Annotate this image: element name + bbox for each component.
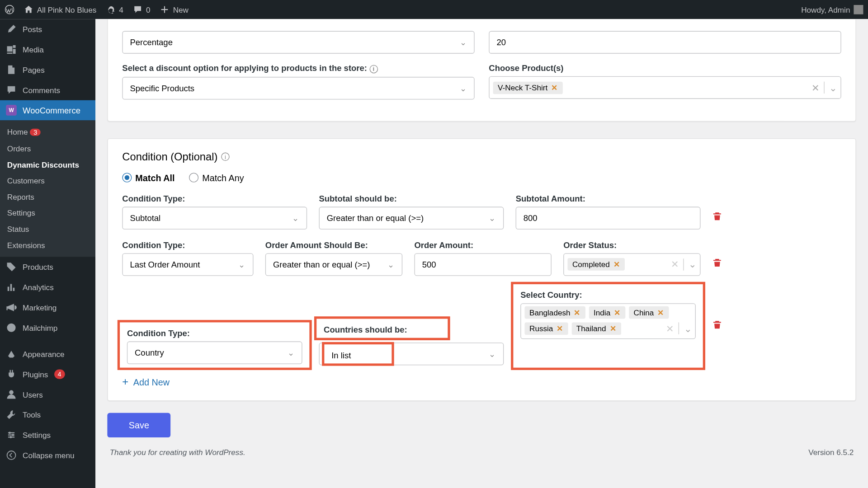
country-tag: Thailand✕ (571, 322, 621, 335)
chevron-down-icon: ⌄ (460, 83, 467, 93)
match-any-radio[interactable]: Match Any (189, 173, 244, 183)
delete-row-button[interactable] (712, 258, 722, 276)
order-status-tagbox[interactable]: Completed✕ ✕⌄ (563, 253, 700, 276)
cond-type-select[interactable]: Subtotal⌄ (122, 206, 307, 229)
menu-plugins[interactable]: Plugins 4 (0, 364, 95, 385)
choose-products-tagbox[interactable]: V-Neck T-Shirt✕ ✕⌄ (489, 76, 841, 99)
footer-thanks: Thank you for creating with WordPress. (110, 448, 245, 457)
cond-type-label: Condition Type: (127, 328, 302, 338)
submenu-dynamic-discounts[interactable]: Dynamic Discounts (0, 157, 95, 173)
order-amount-input[interactable] (414, 253, 551, 276)
footer-version: Version 6.5.2 (808, 448, 854, 457)
chevron-down-icon[interactable]: ⌄ (829, 82, 837, 93)
clear-icon[interactable]: ✕ (666, 323, 674, 334)
admin-sidebar: Posts Media Pages Comments WWooCommerce … (0, 19, 95, 488)
howdy-link[interactable]: Howdy, Admin (801, 5, 863, 14)
subtotal-cmp-label: Subtotal should be: (319, 193, 504, 203)
save-button[interactable]: Save (107, 413, 170, 437)
delete-row-button[interactable] (712, 211, 722, 229)
cond-type-select[interactable]: Last Order Amount⌄ (122, 253, 253, 276)
countries-cmp-select[interactable]: In list⌄ (319, 343, 504, 365)
menu-appearance[interactable]: Appearance (0, 344, 95, 364)
menu-comments[interactable]: Comments (0, 80, 95, 100)
remove-tag-icon[interactable]: ✕ (574, 308, 580, 317)
subtotal-amount-label: Subtotal Amount: (516, 193, 701, 203)
cond-type-select[interactable]: Country⌄ (127, 341, 302, 364)
clear-icon[interactable]: ✕ (811, 82, 819, 93)
order-status-label: Order Status: (563, 240, 700, 249)
info-icon: i (369, 65, 377, 73)
info-icon: i (221, 153, 229, 161)
countries-cmp-label: Countries should be: (319, 321, 446, 335)
select-country-label: Select Country: (520, 290, 696, 300)
svg-point-4 (12, 434, 14, 436)
remove-tag-icon[interactable]: ✕ (613, 260, 620, 269)
condition-title: Condition (Optional)i (122, 150, 841, 163)
submenu-customers[interactable]: Customers (0, 173, 95, 189)
menu-users[interactable]: Users (0, 385, 95, 405)
match-all-radio[interactable]: Match All (122, 173, 175, 183)
submenu-status[interactable]: Status (0, 221, 95, 237)
submenu-settings[interactable]: Settings (0, 205, 95, 221)
submenu-reports[interactable]: Reports (0, 189, 95, 205)
product-tag: V-Neck T-Shirt✕ (493, 81, 563, 94)
menu-tools[interactable]: Tools (0, 404, 95, 425)
discount-card: Percentage⌄ Select a discount option for… (107, 19, 856, 121)
chevron-down-icon[interactable]: ⌄ (684, 323, 692, 334)
menu-analytics[interactable]: Analytics (0, 277, 95, 297)
footer: Thank you for creating with WordPress. V… (107, 437, 856, 461)
menu-woocommerce[interactable]: WWooCommerce (0, 100, 95, 121)
remove-tag-icon[interactable]: ✕ (610, 324, 617, 333)
discount-option-select[interactable]: Specific Products⌄ (122, 76, 474, 99)
woocommerce-icon: W (6, 105, 17, 116)
chevron-down-icon[interactable]: ⌄ (689, 258, 696, 270)
submenu-home[interactable]: Home 3 (0, 124, 95, 141)
subtotal-amount-input[interactable] (516, 206, 701, 229)
menu-posts[interactable]: Posts (0, 19, 95, 39)
discount-amount-input[interactable] (489, 31, 841, 54)
remove-tag-icon[interactable]: ✕ (551, 83, 558, 92)
select-country-tagbox[interactable]: Bangladesh✕ India✕ China✕ Russia✕ Thaila… (520, 303, 696, 339)
new-link[interactable]: New (160, 5, 189, 14)
cond-type-label: Condition Type: (122, 193, 307, 203)
condition-row-1: Condition Type: Subtotal⌄ Subtotal shoul… (122, 193, 841, 229)
highlight-cond-type: Condition Type: Country⌄ (122, 324, 307, 365)
chevron-down-icon: ⌄ (387, 259, 395, 269)
order-amount-label: Order Amount: (414, 240, 551, 249)
updates-link[interactable]: 4 (106, 5, 123, 14)
cond-type-label: Condition Type: (122, 240, 253, 249)
menu-pages[interactable]: Pages (0, 60, 95, 80)
menu-mailchimp[interactable]: Mailchimp (0, 318, 95, 338)
status-tag: Completed✕ (567, 258, 624, 271)
add-new-condition-button[interactable]: +Add New (122, 375, 841, 388)
menu-media[interactable]: Media (0, 39, 95, 60)
clear-icon[interactable]: ✕ (671, 258, 679, 270)
chevron-down-icon: ⌄ (489, 349, 496, 358)
discount-type-select[interactable]: Percentage⌄ (122, 31, 474, 54)
order-cmp-label: Order Amount Should Be: (265, 240, 402, 249)
condition-row-2: Condition Type: Last Order Amount⌄ Order… (122, 240, 841, 276)
remove-tag-icon[interactable]: ✕ (657, 308, 664, 317)
submenu-orders[interactable]: Orders (0, 141, 95, 157)
menu-collapse[interactable]: Collapse menu (0, 445, 95, 465)
menu-marketing[interactable]: Marketing (0, 297, 95, 318)
menu-products[interactable]: Products (0, 257, 95, 277)
avatar (854, 5, 863, 14)
woocommerce-submenu: Home 3 Orders Dynamic Discounts Customer… (0, 120, 95, 257)
chevron-down-icon: ⌄ (489, 213, 496, 222)
delete-row-button[interactable] (712, 319, 722, 365)
chevron-down-icon: ⌄ (460, 38, 467, 47)
order-cmp-select[interactable]: Greater than or equal (>=)⌄ (265, 253, 402, 276)
submenu-extensions[interactable]: Extensions (0, 237, 95, 253)
remove-tag-icon[interactable]: ✕ (557, 324, 563, 333)
site-link[interactable]: All Pink No Blues (24, 5, 97, 14)
main-content: Percentage⌄ Select a discount option for… (95, 19, 868, 488)
highlight-select-country: Select Country: Bangladesh✕ India✕ China… (516, 286, 701, 365)
remove-tag-icon[interactable]: ✕ (614, 308, 621, 317)
comments-link[interactable]: 0 (133, 5, 151, 14)
chevron-down-icon: ⌄ (292, 213, 299, 222)
subtotal-cmp-select[interactable]: Greater than or equal (>=)⌄ (319, 206, 504, 229)
wp-logo-icon[interactable] (5, 5, 14, 14)
menu-settings[interactable]: Settings (0, 425, 95, 445)
condition-row-3: Condition Type: Country⌄ Countries shoul… (122, 286, 841, 365)
